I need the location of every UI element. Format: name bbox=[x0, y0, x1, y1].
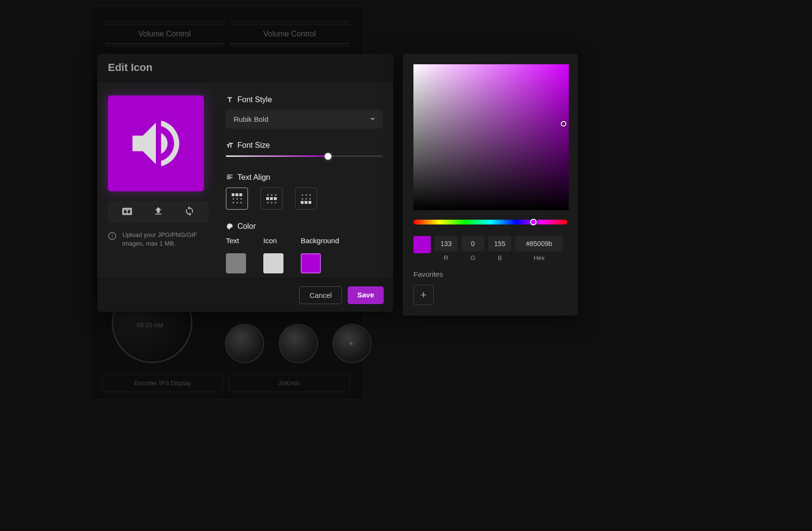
hue-slider[interactable] bbox=[413, 220, 567, 224]
bg-card-title: Volume Control bbox=[230, 24, 350, 44]
sv-cursor[interactable] bbox=[561, 121, 566, 127]
b-label: B bbox=[498, 254, 502, 261]
bg-caption: Encoder IPS Display bbox=[102, 374, 223, 392]
font-style-select[interactable]: Rubik Bold bbox=[226, 110, 383, 129]
b-input[interactable] bbox=[488, 236, 511, 251]
save-button[interactable]: Save bbox=[348, 286, 384, 304]
bg-card-title: Volume Control bbox=[105, 24, 224, 44]
encoder-time: 09:15 AM bbox=[137, 321, 163, 329]
font-size-icon bbox=[226, 142, 234, 149]
bg-card: Volume Control bbox=[230, 21, 350, 47]
preview-actions bbox=[108, 201, 209, 223]
font-style-label: Font Style bbox=[226, 95, 383, 104]
knob[interactable] bbox=[225, 324, 264, 363]
g-label: G bbox=[471, 254, 475, 261]
font-size-slider[interactable] bbox=[226, 155, 383, 157]
hex-input[interactable] bbox=[515, 236, 563, 251]
saturation-value-box[interactable] bbox=[413, 64, 569, 210]
current-color-swatch bbox=[413, 236, 431, 253]
text-align-label: Text Align bbox=[226, 173, 383, 182]
align-middle-button[interactable] bbox=[260, 188, 282, 210]
r-input[interactable] bbox=[435, 236, 458, 251]
align-icon bbox=[226, 174, 234, 181]
color-icon bbox=[226, 223, 234, 230]
icon-preview bbox=[108, 95, 204, 191]
color-picker-panel: R G B Hex Favorites + bbox=[403, 54, 578, 316]
color-bg-label: Background bbox=[301, 236, 339, 245]
bg-card: Volume Control bbox=[105, 21, 224, 47]
svg-point-2 bbox=[112, 237, 113, 238]
knob[interactable] bbox=[332, 324, 372, 363]
align-bottom-button[interactable] bbox=[295, 188, 317, 210]
edit-icon-dialog: Edit Icon Upload your bbox=[97, 54, 393, 312]
upload-hint: Upload your JPG/PNG/GIF images, max 1 MB… bbox=[108, 231, 209, 248]
color-icon-label: Icon bbox=[263, 236, 283, 245]
color-text-label: Text bbox=[226, 236, 246, 245]
color-label: Color bbox=[226, 222, 383, 231]
favorites-label: Favorites bbox=[413, 270, 567, 278]
knob-row bbox=[225, 324, 372, 363]
hex-label: Hex bbox=[533, 254, 544, 261]
font-size-label: Font Size bbox=[226, 141, 383, 150]
cancel-button[interactable]: Cancel bbox=[299, 286, 342, 304]
hue-cursor[interactable] bbox=[530, 219, 537, 225]
library-button[interactable] bbox=[118, 206, 137, 218]
upload-hint-text: Upload your JPG/PNG/GIF images, max 1 MB… bbox=[122, 231, 209, 248]
r-label: R bbox=[444, 254, 448, 261]
add-favorite-button[interactable]: + bbox=[413, 285, 434, 305]
slider-thumb[interactable] bbox=[325, 153, 331, 160]
upload-button[interactable] bbox=[149, 206, 168, 218]
dialog-header: Edit Icon bbox=[97, 54, 393, 82]
text-icon bbox=[226, 96, 234, 104]
text-color-swatch[interactable] bbox=[226, 253, 246, 273]
g-input[interactable] bbox=[461, 236, 484, 251]
chevron-down-icon bbox=[370, 118, 375, 120]
align-top-button[interactable] bbox=[226, 188, 248, 210]
knob[interactable] bbox=[279, 324, 318, 363]
font-style-value: Rubik Bold bbox=[234, 115, 269, 123]
background-color-swatch[interactable] bbox=[301, 253, 321, 273]
info-icon bbox=[108, 232, 117, 240]
bg-caption: 3xKnob bbox=[229, 374, 350, 392]
volume-icon bbox=[125, 112, 187, 175]
reset-button[interactable] bbox=[180, 206, 199, 218]
dialog-title: Edit Icon bbox=[108, 61, 383, 74]
icon-color-swatch[interactable] bbox=[263, 253, 283, 273]
